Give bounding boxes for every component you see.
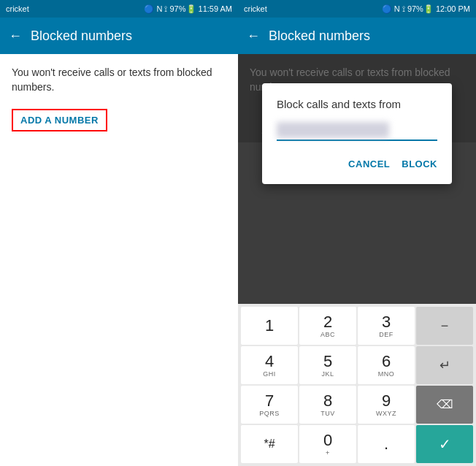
right-panel: cricket 🔵 N ⟟ 97%🔋 12:00 PM ← Blocked nu… — [238, 0, 476, 466]
key-dot[interactable]: . — [358, 425, 415, 463]
key-2[interactable]: 2ABC — [299, 307, 356, 345]
left-description: You won't receive calls or texts from bl… — [12, 66, 226, 94]
block-button[interactable]: BLOCK — [402, 156, 437, 172]
key-0[interactable]: 0+ — [299, 425, 356, 463]
right-status-bar: cricket 🔵 N ⟟ 97%🔋 12:00 PM — [238, 0, 476, 18]
right-signal-icons: N ⟟ 97%🔋 — [394, 4, 434, 14]
add-number-button[interactable]: ADD A NUMBER — [12, 109, 107, 131]
dialog-title: Block calls and texts from — [277, 98, 437, 110]
right-time: 12:00 PM — [436, 4, 470, 13]
key-7[interactable]: 7PQRS — [241, 386, 298, 424]
cancel-button[interactable]: CANCEL — [348, 156, 390, 172]
keypad-row-4: *# 0+ . ✓ — [241, 425, 473, 463]
keypad-row-1: 1 2ABC 3DEF − — [241, 307, 473, 345]
key-5[interactable]: 5JKL — [299, 346, 356, 384]
key-backspace[interactable]: ⌫ — [416, 386, 473, 424]
dialog-overlay: Block calls and texts from CANCEL BLOCK — [238, 54, 476, 304]
key-return[interactable]: ↵ — [416, 346, 473, 384]
dialog-input-wrapper — [277, 122, 437, 141]
right-carrier: cricket — [244, 4, 267, 13]
key-4[interactable]: 4GHI — [241, 346, 298, 384]
key-star-hash[interactable]: *# — [241, 425, 298, 463]
left-status-icons: 🔵 N ⟟ 97%🔋 11:59 AM — [144, 4, 232, 14]
key-3[interactable]: 3DEF — [358, 307, 415, 345]
keypad: 1 2ABC 3DEF − 4GHI 5JKL 6MNO ↵ 7PQRS 8TU… — [238, 304, 476, 466]
left-carrier: cricket — [6, 4, 29, 13]
key-8[interactable]: 8TUV — [299, 386, 356, 424]
keypad-row-3: 7PQRS 8TUV 9WXYZ ⌫ — [241, 386, 473, 424]
right-back-button[interactable]: ← — [247, 28, 260, 44]
key-9[interactable]: 9WXYZ — [358, 386, 415, 424]
left-page-title: Blocked numbers — [31, 28, 132, 44]
left-back-button[interactable]: ← — [9, 28, 22, 44]
left-toolbar: ← Blocked numbers — [0, 18, 238, 54]
right-page-title: Blocked numbers — [269, 28, 370, 44]
right-toolbar: ← Blocked numbers — [238, 18, 476, 54]
right-status-icons: 🔵 N ⟟ 97%🔋 12:00 PM — [382, 4, 470, 14]
dialog-actions: CANCEL BLOCK — [277, 156, 437, 172]
keypad-row-2: 4GHI 5JKL 6MNO ↵ — [241, 346, 473, 384]
key-confirm[interactable]: ✓ — [416, 425, 473, 463]
key-minus[interactable]: − — [416, 307, 473, 345]
left-status-bar: cricket 🔵 N ⟟ 97%🔋 11:59 AM — [0, 0, 238, 18]
key-1[interactable]: 1 — [241, 307, 298, 345]
input-blur-overlay — [277, 122, 389, 138]
right-content-bg: You won't receive calls or texts from bl… — [238, 54, 476, 304]
block-dialog: Block calls and texts from CANCEL BLOCK — [262, 83, 452, 184]
bluetooth-icon: 🔵 — [144, 4, 154, 14]
left-content-area: You won't receive calls or texts from bl… — [0, 54, 238, 466]
right-bluetooth-icon: 🔵 — [382, 4, 392, 14]
left-panel: cricket 🔵 N ⟟ 97%🔋 11:59 AM ← Blocked nu… — [0, 0, 238, 466]
key-6[interactable]: 6MNO — [358, 346, 415, 384]
signal-icons: N ⟟ 97%🔋 — [156, 4, 196, 14]
left-time: 11:59 AM — [199, 4, 232, 13]
